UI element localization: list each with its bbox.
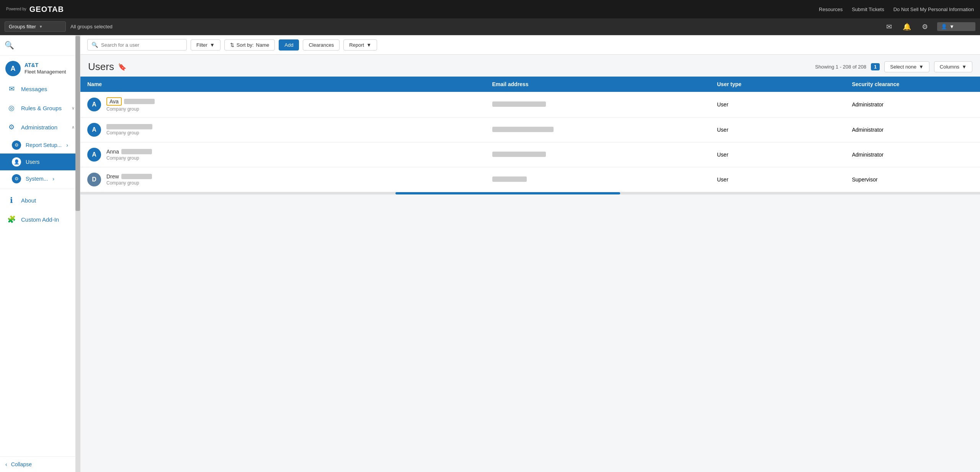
users-label: Users — [26, 159, 40, 165]
security-cell: Administrator — [845, 142, 980, 167]
horizontal-scrollbar[interactable] — [80, 192, 980, 194]
page-title-row: Users 🔖 — [88, 61, 126, 73]
user-name-cell: D Drew Company group — [80, 167, 485, 192]
columns-button[interactable]: Columns ▼ — [934, 61, 972, 72]
column-email[interactable]: Email address — [485, 77, 710, 92]
avatar: D — [87, 173, 101, 186]
user-icon: 👤 — [941, 24, 947, 29]
user-type-cell: User — [710, 167, 845, 192]
security-cell: Administrator — [845, 118, 980, 142]
filter-button[interactable]: Filter ▼ — [191, 39, 220, 51]
sidebar-collapse-btn[interactable]: ‹ Collapse — [0, 456, 80, 472]
sidebar-item-rules-groups[interactable]: ◎ Rules & Groups ∨ — [0, 98, 80, 118]
sidebar-scrollbar[interactable] — [75, 35, 80, 472]
table-row[interactable]: A Ava Company group — [80, 92, 980, 118]
logo-area: Powered by GEOTAB — [6, 5, 64, 14]
user-cell: A Anna Company group — [87, 148, 479, 162]
clearances-label: Clearances — [309, 42, 334, 48]
clearances-button[interactable]: Clearances — [303, 39, 340, 51]
brand-name: AT&T — [24, 62, 66, 69]
name-blur — [106, 124, 152, 129]
name-prefix: Drew — [106, 173, 119, 180]
user-cell: A Company group — [87, 123, 479, 137]
report-button[interactable]: Report ▼ — [343, 39, 377, 51]
groups-filter-dropdown[interactable]: Groups filter ▼ — [5, 21, 66, 32]
report-setup-icon: ⚙ — [12, 140, 21, 150]
user-type-cell: User — [710, 118, 845, 142]
bookmark-icon[interactable]: 🔖 — [118, 63, 126, 71]
brand-logo-circle: A — [5, 61, 21, 76]
user-name — [106, 124, 152, 129]
email-blur — [492, 176, 527, 182]
user-name-cell: A Ava Company group — [80, 92, 485, 118]
column-security-clearance[interactable]: Security clearance — [845, 77, 980, 92]
user-group: Company group — [106, 106, 155, 112]
sidebar-scrollbar-thumb — [75, 36, 80, 211]
sidebar-divider-1 — [0, 189, 80, 189]
page-badge[interactable]: 1 — [871, 63, 880, 70]
table-row[interactable]: A Company group — [80, 118, 980, 142]
user-name: Anna — [106, 149, 152, 155]
sidebar: 🔍 A AT&T Fleet Management ✉ Messages ◎ R… — [0, 35, 80, 472]
resources-link[interactable]: Resources — [819, 7, 843, 12]
sidebar-item-custom-addon[interactable]: 🧩 Custom Add-In — [0, 210, 80, 229]
about-label: About — [21, 197, 75, 204]
user-name: Ava — [106, 97, 155, 106]
custom-addon-icon: 🧩 — [7, 214, 16, 224]
sidebar-item-messages[interactable]: ✉ Messages — [0, 79, 80, 98]
filter-chevron-icon: ▼ — [210, 42, 215, 48]
avatar: A — [87, 98, 101, 111]
name-prefix: Anna — [106, 149, 119, 155]
user-name-group: Anna Company group — [106, 149, 152, 161]
select-none-button[interactable]: Select none ▼ — [884, 61, 929, 72]
security-cell: Administrator — [845, 92, 980, 118]
user-name-group: Company group — [106, 124, 152, 136]
table-row[interactable]: A Anna Company group — [80, 142, 980, 167]
column-user-type[interactable]: User type — [710, 77, 845, 92]
main-layout: 🔍 A AT&T Fleet Management ✉ Messages ◎ R… — [0, 35, 980, 472]
sidebar-item-report-setup[interactable]: ⚙ Report Setup... › — [0, 137, 80, 154]
column-name[interactable]: Name — [80, 77, 485, 92]
sidebar-item-users[interactable]: 👤 Users — [0, 154, 80, 170]
user-menu-dropdown[interactable]: 👤 ▼ — [937, 22, 975, 31]
table-body: A Ava Company group — [80, 92, 980, 192]
user-group: Company group — [106, 180, 152, 186]
user-cell: A Ava Company group — [87, 97, 479, 112]
table-row[interactable]: D Drew Company group — [80, 167, 980, 192]
sidebar-item-administration[interactable]: ⚙ Administration ∧ — [0, 118, 80, 137]
sidebar-item-about[interactable]: ℹ About — [0, 191, 80, 210]
report-setup-label: Report Setup... — [26, 142, 62, 148]
sort-button[interactable]: ⇅ Sort by: Name — [224, 39, 275, 51]
sidebar-item-system[interactable]: ⚙ System... › — [0, 170, 80, 187]
report-label: Report — [349, 42, 364, 48]
groups-filter-label: Groups filter — [9, 24, 36, 29]
administration-chevron-icon: ∧ — [72, 125, 75, 130]
groups-filter-bar: Groups filter ▼ All groups selected ✉ 🔔 … — [0, 18, 980, 35]
submit-tickets-link[interactable]: Submit Tickets — [852, 7, 884, 12]
email-blur — [492, 127, 554, 132]
do-not-sell-link[interactable]: Do Not Sell My Personal Information — [893, 7, 974, 12]
table-header: Name Email address User type Security cl… — [80, 77, 980, 92]
bell-icon[interactable]: 🔔 — [901, 21, 913, 33]
filter-label: Filter — [196, 42, 207, 48]
email-blur — [492, 152, 546, 157]
add-label: Add — [284, 42, 293, 48]
sort-by-label: Sort by: — [237, 42, 254, 48]
sidebar-search-area[interactable]: 🔍 — [0, 35, 80, 56]
rules-groups-label: Rules & Groups — [21, 105, 67, 111]
search-input[interactable] — [101, 42, 183, 48]
search-box[interactable]: 🔍 — [87, 39, 187, 51]
email-cell — [485, 118, 710, 142]
messages-label: Messages — [21, 86, 75, 92]
add-button[interactable]: Add — [279, 39, 299, 51]
brand-text-block: AT&T Fleet Management — [24, 62, 66, 75]
email-cell — [485, 142, 710, 167]
avatar: A — [87, 148, 101, 162]
email-cell — [485, 92, 710, 118]
settings-icon[interactable]: ⚙ — [920, 21, 929, 33]
sort-value-text: Name — [256, 42, 270, 48]
sidebar-search-icon[interactable]: 🔍 — [5, 41, 14, 49]
rules-groups-chevron-icon: ∨ — [72, 106, 75, 111]
email-icon[interactable]: ✉ — [885, 21, 893, 33]
user-group: Company group — [106, 130, 152, 136]
